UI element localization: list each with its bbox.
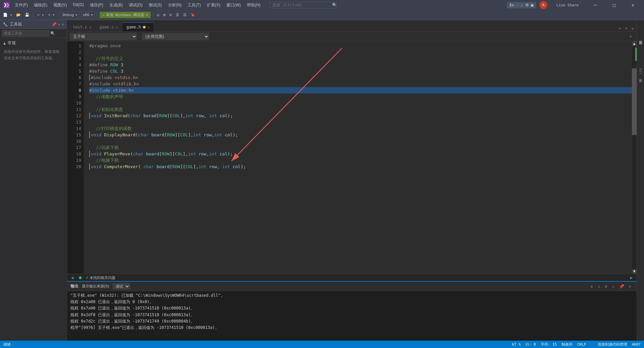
minimize-btn[interactable]: ─ [588,0,603,10]
menu-analyze[interactable]: 分析(N) [165,2,184,9]
expand-btn[interactable]: + [628,33,634,40]
solution-explorer-btn[interactable]: 解决方案资源管理器 [637,21,644,55]
tab-dropdown-btn[interactable]: ▾ [617,25,622,31]
file-dropdown[interactable]: 五子棋 [70,33,137,40]
tab-size[interactable]: 制表符 [561,342,573,347]
menu-file[interactable]: 文件(F) [12,2,31,9]
menu-debug[interactable]: 调试(D) [126,2,145,9]
code-line-18: void PlayerMove(char board[ROW][COL],int… [89,151,632,157]
scope-dropdown[interactable]: (全局范围) [142,33,209,40]
toolbar-btn-extra3[interactable]: ☰ [174,12,180,18]
live-share-btn[interactable]: Live Share [551,0,584,10]
debug-config-dropdown[interactable]: Debug ▾ [61,11,79,19]
code-line-20: void ComputerMover( char board[ROW][COL]… [89,163,632,170]
undo-btn[interactable]: ↩ ▾ [36,12,45,18]
menu-tools[interactable]: 工具(T) [185,2,203,9]
output-pin-btn[interactable]: 📌 [617,283,626,289]
scroll-down-btn[interactable]: ▼ [632,269,637,274]
editor-scrollbar[interactable]: ▲ ▼ [632,41,637,274]
toolbox-search-input[interactable] [2,30,49,37]
comment-11: //初始化棋盘 [96,106,123,113]
output-clear-btn[interactable]: ✕ [588,283,595,290]
save-all-btn[interactable]: 💾 [23,12,31,18]
param-18: board [146,151,159,157]
toolbox-section-label[interactable]: ▲ 常规 [3,40,64,46]
menu-project[interactable]: 项目(P) [87,2,106,9]
run-btn[interactable]: ▶ 本地 Windows 调试器 ▾ [100,12,151,18]
menu-build[interactable]: 生成(B) [107,2,125,9]
toolbox-pin-btn[interactable]: 📌 [52,22,57,27]
maximize-btn[interactable]: □ [606,0,622,10]
tab-game-c[interactable]: game.c ✕ [95,22,122,31]
toolbar-btn-extra4[interactable]: ☰ [182,12,188,18]
tab-game-c-close[interactable]: ✕ [116,25,118,29]
end-20: ); [240,163,246,170]
int2-12: int [209,113,219,119]
toolbox-close-btn[interactable]: ✕ [62,22,64,27]
git-changes-btn[interactable]: Git 更改 [637,59,644,86]
row-param-18: row [199,151,206,157]
toolbar-btn-extra1[interactable]: ⊞ [162,12,167,18]
bracket-indicator-6 [89,74,90,81]
end-15: ); [233,132,238,138]
menu-window[interactable]: 窗口(W) [224,2,244,9]
code-line-15: void DisplayBoard(char board[ROW][COL],i… [89,132,632,138]
func-18: PlayerMove [104,151,130,157]
tab-game-h[interactable]: game.h ✕ [122,22,154,31]
new-file-btn[interactable]: 📄 ▾ [2,12,13,18]
bracket3-12: ], [180,113,185,119]
code-line-11: //初始化棋盘 [89,106,632,113]
open-btn[interactable]: 📂 [15,12,22,18]
tab-game-h-close[interactable]: ✕ [148,25,150,29]
redo-btn[interactable]: ↪ ▾ [47,12,56,18]
line-num-2: 2 [70,49,81,55]
toolbar-btn-extra2[interactable]: ⊟ [168,12,173,18]
param-12: borad [144,113,157,119]
scroll-right-btn[interactable]: ▶ [629,275,634,280]
new-tab-btn[interactable]: + [624,25,629,31]
menu-view[interactable]: 视图(V) [51,2,69,9]
bracket-indicator-18 [89,151,90,157]
locate-btn[interactable]: ◎ [156,12,161,18]
tab-test-c[interactable]: test.c ✕ [69,22,95,31]
char-18: char [133,151,146,157]
line-num-12: 12 [70,113,81,119]
close-all-btn[interactable]: ✕ [630,25,635,31]
output-close-btn[interactable]: ✕ [627,283,633,289]
line-ending[interactable]: CRLF [577,342,586,347]
code-content[interactable]: #pragma once //符号的定义 #define ROW 3 #defi… [84,41,632,274]
zoom-level[interactable]: 67 % [512,342,521,347]
output-float-btn[interactable]: ↗ [610,283,616,289]
output-tools-btn[interactable]: ⚙ [603,283,609,289]
run-arrow: ▾ [146,13,148,17]
add-to-scm[interactable]: 添加到源代码管理 [598,342,627,347]
menu-extensions[interactable]: 扩展(X) [204,2,223,9]
include-8-file: <time.h> [113,87,134,93]
include-8-hash: #include [89,87,113,93]
status-left: 就绪 [3,342,11,347]
code-editor: 1 2 3 4 5 6 7 8 9 10 11 12 13 14 15 16 1… [67,41,637,274]
menu-git[interactable]: Git(G) [70,2,87,9]
menu-help[interactable]: 帮助(H) [244,2,263,9]
bookmark-btn[interactable]: 🔖 [189,12,197,18]
line-num-20: 20 [70,163,81,170]
search-input[interactable] [269,2,336,8]
char-12: char [130,113,143,119]
output-source-dropdown[interactable]: 调试 [113,283,130,289]
scroll-thumb[interactable] [632,68,637,135]
bottom-status-bar: 就绪 67 % 行: 8 字符: 15 制表符 CRLF 添加到源代码管理 46… [0,341,644,348]
define-5-val: 3 [118,68,123,74]
platform-dropdown[interactable]: x86 ▾ [81,11,95,19]
toolbox-menu-btn[interactable]: ▾ [58,22,60,27]
code-line-10 [89,100,632,106]
menu-edit[interactable]: 编辑(E) [31,2,50,9]
void-12: void [91,113,104,119]
scroll-up-btn[interactable]: ▲ [632,41,637,46]
line-num-13: 13 [70,119,81,125]
scroll-left-btn[interactable]: ◀ [70,275,75,280]
tab-test-c-close[interactable]: ✕ [89,25,91,29]
output-wrap-btn[interactable]: ↕ [596,283,602,289]
close-btn[interactable]: ✕ [625,0,641,10]
tab-game-c-label: game.c [99,25,114,29]
menu-test[interactable]: 测试(S) [146,2,165,9]
